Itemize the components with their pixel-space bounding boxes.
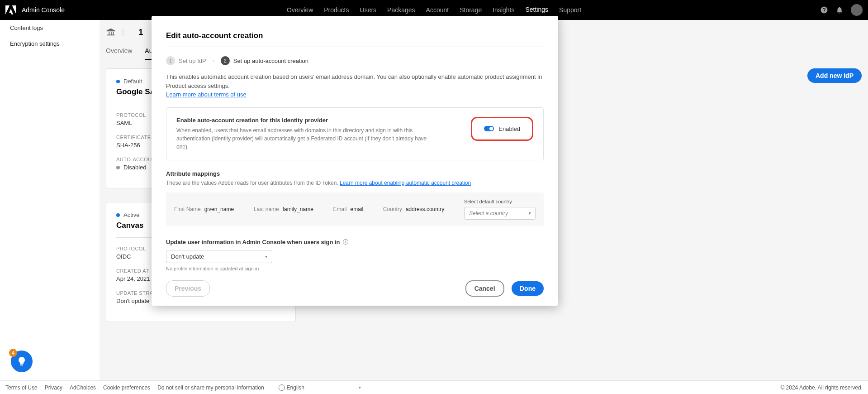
chevron-right-icon: › [213, 58, 214, 64]
attr-value: address.country [406, 206, 444, 212]
chevron-down-icon: ▾ [528, 211, 531, 216]
help-count-badge: 4 [9, 349, 17, 357]
footer-terms[interactable]: Terms of Use [5, 384, 38, 391]
learn-more-account-creation-link[interactable]: Learn more about enabling automatic acco… [340, 180, 471, 186]
directory-count: 1 [130, 28, 143, 37]
attribute-mappings-title: Attribute mappings [166, 170, 544, 177]
status-dot-gray [116, 166, 120, 169]
attr-label: Last name [254, 206, 279, 212]
info-icon[interactable]: i [343, 239, 348, 245]
avatar[interactable] [851, 4, 863, 16]
sidebar: Content logs Encryption settings [0, 20, 100, 380]
attr-label: Email [333, 206, 346, 212]
step-1: 1 Set up IdP [166, 56, 206, 65]
country-select[interactable]: Select a country ▾ [464, 207, 536, 220]
country-select-label: Select default country [464, 199, 536, 204]
cancel-button[interactable]: Cancel [465, 280, 504, 297]
idp-status: Active [123, 211, 139, 218]
previous-button[interactable]: Previous [166, 280, 210, 297]
step-2: 2 Set up auto-account creation [221, 56, 308, 65]
attr-label: First Name [174, 206, 201, 212]
enable-panel-title: Enable auto-account creation for this id… [176, 117, 434, 124]
update-hint: No profile information is updated at sig… [166, 266, 544, 271]
footer-cookie[interactable]: Cookie preferences [103, 384, 150, 391]
attr-value: email [351, 206, 364, 212]
copyright: © 2024 Adobe. All rights reserved. [780, 384, 863, 391]
lightbulb-icon [16, 356, 27, 367]
update-strategy-select[interactable]: Don't update ▾ [166, 250, 272, 263]
enable-toggle-highlight: Enabled [471, 117, 533, 141]
footer-donotsell[interactable]: Do not sell or share my personal informa… [157, 384, 264, 391]
help-tips-button[interactable]: 4 [11, 351, 33, 372]
learn-more-terms-link[interactable]: Learn more about terms of use [166, 91, 247, 98]
modal-description: This enables automatic account creation … [166, 73, 542, 89]
attr-label: Country [383, 206, 402, 212]
help-icon[interactable] [820, 6, 828, 14]
nav-support[interactable]: Support [554, 0, 587, 20]
adobe-logo-icon [5, 5, 16, 15]
attr-value: family_name [283, 206, 313, 212]
idp-status: Default [123, 78, 142, 85]
field-value: Disabled [123, 164, 147, 171]
add-new-idp-button[interactable]: Add new IdP [807, 68, 862, 83]
language-selector[interactable]: English ▾ [279, 384, 361, 391]
done-button[interactable]: Done [512, 281, 544, 296]
edit-auto-account-modal: Edit auto-account creation 1 Set up IdP … [152, 16, 558, 306]
sidebar-item-encryption[interactable]: Encryption settings [0, 36, 100, 52]
modal-title: Edit auto-account creation [166, 31, 544, 47]
attribute-mappings-desc: These are the values Adobe reads for use… [166, 180, 338, 186]
enable-toggle[interactable] [484, 126, 494, 131]
enable-panel: Enable auto-account creation for this id… [166, 107, 544, 160]
update-info-title: Update user information in Admin Console… [166, 239, 340, 245]
footer-adchoices[interactable]: AdChoices [70, 384, 96, 391]
sidebar-item-content-logs[interactable]: Content logs [0, 20, 100, 36]
bell-icon[interactable] [835, 6, 844, 14]
organization-icon [106, 27, 116, 37]
chevron-down-icon: ▾ [359, 385, 361, 390]
footer: Terms of Use Privacy AdChoices Cookie pr… [0, 380, 868, 394]
attr-value: given_name [204, 206, 234, 212]
chevron-down-icon: ▾ [265, 254, 267, 259]
app-title: Admin Console [22, 6, 65, 14]
attribute-row: First Namegiven_name Last namefamily_nam… [166, 192, 544, 226]
status-dot [116, 80, 120, 83]
tab-overview[interactable]: Overview [106, 43, 132, 60]
globe-icon [279, 384, 285, 391]
stepper: 1 Set up IdP › 2 Set up auto-account cre… [166, 56, 544, 65]
enable-toggle-label: Enabled [498, 125, 520, 132]
enable-panel-desc: When enabled, users that have email addr… [176, 126, 434, 151]
status-dot [116, 213, 120, 217]
footer-privacy[interactable]: Privacy [45, 384, 62, 391]
